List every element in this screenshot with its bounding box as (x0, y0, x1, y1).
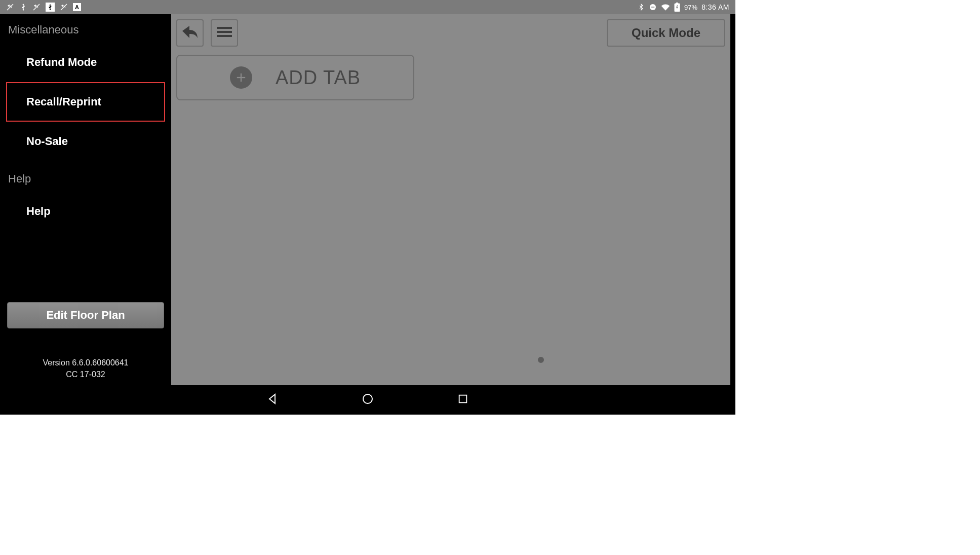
svg-rect-10 (217, 31, 232, 33)
sidebar-item-no-sale[interactable]: No-Sale (6, 122, 165, 161)
app-root: A 97% 8:36 AM Miscellaneous Refund Mode … (0, 0, 735, 415)
main-content: Quick Mode ADD TAB (171, 14, 730, 385)
section-help: Help (0, 161, 171, 192)
version-line-2: CC 17-032 (7, 368, 164, 380)
svg-point-1 (23, 9, 24, 11)
status-right: 97% 8:36 AM (638, 3, 731, 12)
nav-home-icon (362, 393, 374, 407)
nav-back-icon (266, 393, 279, 407)
svg-rect-6 (651, 7, 655, 7)
svg-rect-8 (676, 3, 678, 4)
menu-button[interactable] (211, 19, 238, 47)
usb-icon (19, 3, 27, 11)
svg-rect-9 (217, 27, 232, 29)
section-miscellaneous: Miscellaneous (0, 19, 171, 43)
dnd-icon (649, 3, 657, 11)
status-time: 8:36 AM (701, 3, 729, 11)
back-button[interactable] (176, 19, 204, 47)
svg-line-0 (7, 4, 13, 10)
status-left-icons: A (4, 3, 81, 12)
usb-box-icon (46, 3, 55, 12)
bluetooth-icon (638, 4, 645, 11)
version-info: Version 6.6.0.60600641 CC 17-032 (7, 357, 164, 380)
version-line-1: Version 6.6.0.60600641 (7, 357, 164, 368)
sidebar-item-help[interactable]: Help (6, 192, 165, 231)
sidebar: Miscellaneous Refund Mode Recall/Reprint… (0, 14, 171, 385)
svg-rect-13 (459, 395, 467, 403)
plus-circle-icon (230, 66, 252, 89)
sync-off-icon-2 (32, 3, 41, 11)
sidebar-bottom: Edit Floor Plan Version 6.6.0.60600641 C… (0, 302, 171, 385)
add-tab-label: ADD TAB (276, 67, 361, 89)
svg-point-3 (50, 9, 51, 10)
sidebar-item-recall-reprint[interactable]: Recall/Reprint (6, 82, 165, 122)
sync-off-icon (6, 3, 14, 11)
nav-home-button[interactable] (361, 393, 375, 407)
nav-back-button[interactable] (265, 393, 280, 407)
keyboard-lang-icon: A (73, 3, 81, 11)
sync-off-icon-3 (60, 3, 68, 11)
status-bar: A 97% 8:36 AM (0, 0, 735, 14)
android-nav-bar (0, 385, 735, 415)
svg-line-2 (33, 4, 40, 10)
add-tab-button[interactable]: ADD TAB (176, 55, 414, 100)
page-indicator-dot (538, 357, 544, 363)
toolbar: Quick Mode (176, 19, 725, 47)
wifi-icon (661, 4, 670, 11)
battery-charging-icon (674, 3, 680, 12)
battery-percent: 97% (684, 4, 697, 11)
quick-mode-button[interactable]: Quick Mode (607, 19, 725, 47)
svg-line-4 (61, 4, 67, 10)
svg-rect-11 (217, 35, 232, 37)
nav-recents-icon (457, 393, 468, 406)
svg-point-12 (363, 394, 372, 403)
quick-mode-label: Quick Mode (632, 26, 700, 40)
nav-recents-button[interactable] (456, 393, 470, 407)
back-arrow-icon (181, 25, 199, 41)
edit-floor-plan-button[interactable]: Edit Floor Plan (7, 302, 164, 328)
sidebar-item-refund-mode[interactable]: Refund Mode (6, 43, 165, 82)
hamburger-icon (217, 26, 232, 40)
